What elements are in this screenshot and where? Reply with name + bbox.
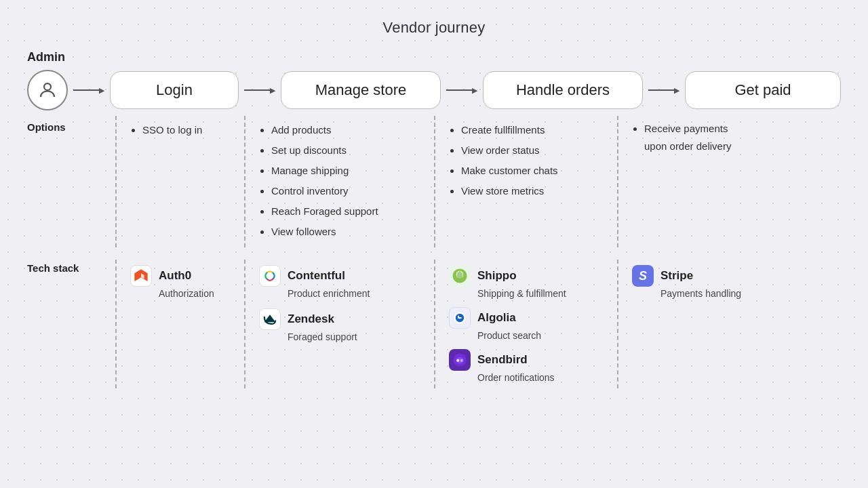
admin-label: Admin [27, 50, 841, 64]
tech-manage-col: Contentful Product enrichment [244, 260, 434, 388]
flow-row: Login Manage store Handle orders Get pai… [27, 70, 841, 110]
auth0-icon [130, 265, 152, 287]
shippo-icon [449, 265, 471, 287]
user-icon-box [27, 70, 68, 110]
tech-orders-col: Shippo Shipping & fulfillment [434, 260, 617, 388]
zendesk-icon [259, 308, 281, 330]
user-icon [37, 80, 58, 100]
svg-point-0 [44, 83, 51, 90]
option-foraged-support: Reach Foraged support [271, 201, 420, 222]
option-customer-chats: Make customer chats [461, 161, 604, 181]
stripe-icon: S [632, 265, 654, 287]
sendbird-icon [449, 349, 471, 371]
contentful-icon [259, 265, 281, 287]
arrow-1 [68, 86, 110, 95]
tech-zendesk-header: Zendesk [259, 308, 420, 330]
option-view-order-status: View order status [461, 140, 604, 161]
svg-point-12 [460, 359, 463, 362]
arrow-4 [643, 86, 685, 95]
options-orders-list: Create fullfillments View order status M… [449, 120, 604, 201]
options-paid-col: Receive paymentsupon order delivery [617, 116, 841, 247]
tech-stripe-header: S Stripe [632, 265, 827, 287]
options-login-col: SSO to log in [115, 116, 244, 247]
tech-algolia: Algolia Product search [449, 307, 604, 341]
options-row: Options SSO to log in Add products Set u… [27, 116, 841, 247]
options-label: Options [27, 116, 115, 247]
sendbird-name: Sendbird [477, 353, 528, 367]
stripe-desc: Payments handling [632, 288, 827, 299]
stripe-name: Stripe [660, 269, 693, 283]
tech-shippo: Shippo Shipping & fulfillment [449, 265, 604, 299]
option-view-followers: View followers [271, 222, 420, 242]
option-sso: SSO to log in [142, 120, 231, 140]
arrow-3 [441, 86, 483, 95]
options-manage-col: Add products Set up discounts Manage shi… [244, 116, 434, 247]
flow-box-manage-store: Manage store [281, 71, 441, 109]
option-create-fulfillments: Create fullfillments [461, 120, 604, 140]
tech-sendbird: Sendbird Order notifications [449, 349, 604, 383]
contentful-desc: Product enrichment [259, 288, 420, 299]
arrow-2 [239, 86, 281, 95]
zendesk-desc: Foraged support [259, 331, 420, 342]
options-cols: SSO to log in Add products Set up discou… [115, 116, 841, 247]
flow-box-handle-orders: Handle orders [483, 71, 643, 109]
option-set-discounts: Set up discounts [271, 140, 420, 161]
algolia-desc: Product search [449, 330, 604, 341]
sendbird-desc: Order notifications [449, 372, 604, 383]
tech-login-col: Auth0 Authorization [115, 260, 244, 388]
contentful-name: Contentful [288, 269, 345, 283]
auth0-desc: Authorization [130, 288, 231, 299]
auth0-name: Auth0 [159, 269, 191, 283]
tech-sendbird-header: Sendbird [449, 349, 604, 371]
tech-contentful: Contentful Product enrichment [259, 265, 420, 299]
tech-row: Tech stack Auth0 [27, 260, 841, 388]
tech-auth0: Auth0 Authorization [130, 265, 231, 299]
shippo-name: Shippo [477, 269, 517, 283]
tech-algolia-header: Algolia [449, 307, 604, 329]
algolia-icon [449, 307, 471, 329]
svg-point-8 [459, 317, 461, 319]
algolia-name: Algolia [477, 311, 516, 325]
content-area: Options SSO to log in Add products Set u… [27, 116, 841, 388]
options-paid-list: Receive paymentsupon order delivery [632, 120, 827, 155]
tech-paid-col: S Stripe Payments handling [617, 260, 841, 388]
tech-auth0-header: Auth0 [130, 265, 231, 287]
shippo-desc: Shipping & fulfillment [449, 288, 604, 299]
options-orders-col: Create fullfillments View order status M… [434, 116, 617, 247]
page: Vendor journey Admin Login Manage store … [0, 0, 868, 488]
tech-contentful-header: Contentful [259, 265, 420, 287]
tech-shippo-header: Shippo [449, 265, 604, 287]
flow-box-login: Login [110, 71, 239, 109]
svg-point-11 [456, 359, 459, 362]
tech-cols: Auth0 Authorization [115, 260, 841, 388]
flow-box-get-paid: Get paid [685, 71, 841, 109]
option-manage-shipping: Manage shipping [271, 161, 420, 181]
option-control-inventory: Control inventory [271, 181, 420, 201]
tech-stripe: S Stripe Payments handling [632, 265, 827, 299]
zendesk-name: Zendesk [288, 312, 334, 326]
option-store-metrics: View store metrics [461, 181, 604, 201]
tech-stack-label: Tech stack [27, 260, 115, 388]
option-receive-payments: Receive paymentsupon order delivery [644, 120, 827, 155]
options-login-list: SSO to log in [130, 120, 231, 140]
option-add-products: Add products [271, 120, 420, 140]
tech-zendesk: Zendesk Foraged support [259, 308, 420, 342]
options-manage-list: Add products Set up discounts Manage shi… [259, 120, 420, 242]
page-title: Vendor journey [27, 19, 841, 37]
